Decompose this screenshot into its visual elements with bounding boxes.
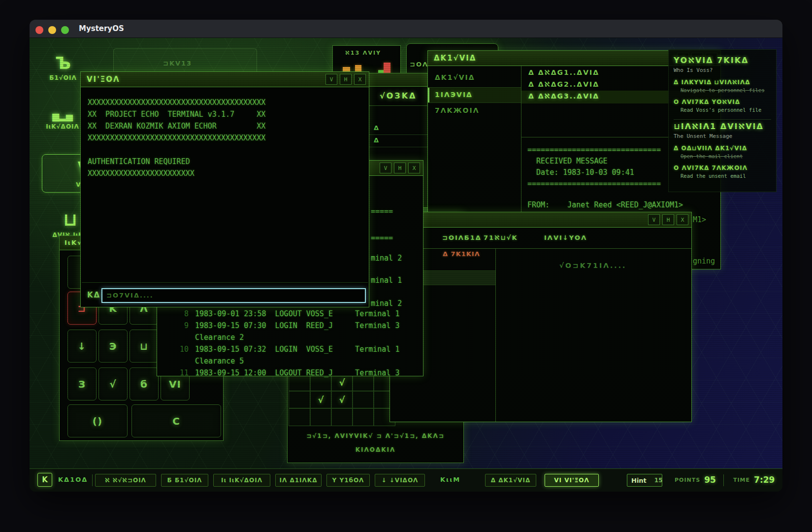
taskbar-window-button[interactable]: Б Б1√ΟΙΛ [161, 474, 208, 487]
zoom-light[interactable] [61, 26, 69, 34]
loading-status-text: √Ο⊐Κ71ΙΛ.... [495, 262, 690, 269]
minimize-window-button[interactable]: H [340, 74, 352, 85]
icon-stats-label: ΙιΚ√ΔΟΙΛ [46, 123, 79, 130]
file-row-label: Δ [374, 124, 379, 132]
key-glyph: ⊔ [140, 340, 148, 352]
loading-tab[interactable]: ⊐ΟΙΛБ1Δ [442, 234, 482, 241]
close-window-button[interactable]: X [354, 74, 366, 85]
log-entry: 111983-09-15 12:00 LOGOUT REED_J Termina… [157, 367, 423, 379]
keypad-key-Э[interactable]: Э [98, 330, 128, 363]
hint-count: 15 [650, 477, 667, 484]
mail-folder-label: ΔΚ1√VIΔ [435, 73, 475, 81]
taskbar-window-button-active[interactable]: VI VI'ΞΟΛ [545, 474, 599, 487]
taskbar-start-button[interactable]: Κ [37, 473, 52, 487]
check-icon: √ [318, 395, 324, 405]
loading-tab[interactable]: 71ℵ⊔√Κ [484, 234, 518, 241]
mail-list-item-label: Δ ΔℵΔG2..ΔVIΔ [528, 80, 599, 88]
mail-message-header: ============================== RECEIVED … [527, 144, 661, 190]
pattern-cell[interactable] [289, 408, 311, 426]
hint-section-header: ⊔ΙΛℵΙΛ1 ΔVIℵVIΔ [674, 122, 771, 131]
pattern-cell[interactable] [310, 408, 332, 426]
hint-objective[interactable]: Δ ΟΔ⊔VIΙΛ ΔΚ1√VIΔ [674, 145, 771, 152]
pattern-cell[interactable] [352, 408, 374, 426]
mail-window-title: ΔΚ1√VIΔ [434, 54, 476, 63]
close-window-button[interactable]: X [408, 163, 420, 173]
taskbar-label: ΚΔ1ΟΔ [58, 476, 88, 483]
file-browser-selected-label[interactable]: √ΟЗΚΔ [380, 91, 417, 100]
taskbar-window-button[interactable]: Ιι ΙιΚ√ΔΟΙΛ [213, 474, 270, 487]
keypad-key-З[interactable]: З [67, 367, 97, 400]
app-title: MysteryOS [79, 24, 124, 33]
log-line-text: Clearance 5 [195, 355, 244, 367]
check-icon: √ [339, 395, 345, 405]
terminal-input[interactable]: ⊐Ο7VIΔ.... [101, 288, 366, 303]
minimize-window-button[interactable]: H [662, 214, 674, 225]
keypad-key-C[interactable]: C [131, 404, 221, 437]
log-entry-fragment: ===== [371, 205, 393, 217]
taskbar-divider [92, 474, 93, 486]
pattern-cell[interactable]: √ [331, 391, 353, 409]
mail-folder-label: 1ΙΛЭVIΔ [435, 91, 473, 99]
divider [82, 282, 368, 283]
terminal-window-buttons: VHX [325, 74, 366, 85]
mail-from-line: FROM: Janet Reed <REED_J@AXIOM1> [527, 200, 683, 211]
maximize-window-button[interactable]: V [325, 74, 337, 85]
maximize-window-button[interactable]: V [648, 214, 660, 225]
hint-button[interactable]: Hint15 [627, 474, 662, 487]
loading-tab[interactable]: ΙΛVI↓ΥΟΛ [544, 234, 587, 241]
taskbar-window-button[interactable]: ℵ ℵ√ℵ⊐ΟΙΛ [95, 474, 156, 487]
hint-objective-translation: Navigate to personnel files [681, 87, 771, 94]
keypad-key-б[interactable]: б [130, 367, 159, 400]
mail-folder[interactable]: ΔΚ1√VIΔ [428, 70, 521, 85]
stat-value: 7:29 [754, 475, 775, 485]
hint-section-header: ΥΟℵVIΔ 7ΚΙΚΔ [674, 56, 771, 65]
key-glyph: VI [169, 378, 181, 390]
ghost-window-title: ⊐ΚV13 [163, 60, 192, 67]
hint-button-label: Hint [627, 477, 650, 484]
hint-objective[interactable]: Δ ΙΛΚΥVIΔ ⊔VIΛℵΙΛΔ [674, 79, 771, 86]
log-line-text: 1983-09-15 07:30 LOGIN REED_J Terminal 3 [195, 320, 399, 332]
icon-files-label: Б1√ΟΙΛ [49, 74, 76, 81]
taskbar-window-button[interactable]: ↓ ↓VIΔΟΛ [375, 474, 425, 487]
hint-objective[interactable]: Ο ΛVI7ΚΔ ΥΟℵVIΔ [674, 99, 771, 105]
loading-titlebar[interactable]: VHX [390, 212, 691, 228]
terminal-prompt: ΚΔ [87, 291, 100, 299]
taskbar-stat-points: POINTS95 [675, 475, 716, 485]
macos-titlebar: MysteryOS [30, 20, 782, 38]
mail-folder[interactable]: 1ΙΛЭVIΔ [428, 87, 521, 103]
terminal-titlebar[interactable]: VI'ΞΟΛ VHX [81, 72, 369, 87]
taskbar-window-button[interactable]: Δ ΔΚ1√VIΔ [485, 474, 536, 487]
pattern-cell[interactable] [352, 391, 374, 409]
close-light[interactable] [35, 26, 43, 34]
minimize-window-button[interactable]: H [394, 163, 406, 173]
keypad-key-↓[interactable]: ↓ [67, 330, 97, 363]
pattern-cell[interactable]: √ [310, 391, 332, 409]
key-glyph: () [93, 415, 102, 427]
taskbar-window-button[interactable]: Υ Υ1бΟΛ [326, 474, 370, 487]
keypad-key-⊔[interactable]: ⊔ [130, 330, 159, 363]
barchart-window[interactable]: ℵ13 ΛVΙΥ [332, 45, 401, 75]
maximize-window-button[interactable]: V [380, 163, 391, 173]
loading-window: VHX ⊐ΟΙΛБ1Δ71ℵ⊔√ΚΙΛVI↓ΥΟΛ Δ 7Κ1ΚΙΛ √Ο⊐Κ7… [390, 212, 692, 422]
minimize-light[interactable] [48, 26, 56, 34]
keypad-key-()[interactable]: () [67, 404, 128, 437]
log-line-number: 9 [172, 320, 189, 332]
terminal-window-title: VI'ΞΟΛ [87, 75, 120, 84]
pattern-cell[interactable] [331, 408, 353, 426]
keypad-key-√[interactable]: √ [98, 367, 128, 400]
close-window-button[interactable]: X [677, 214, 688, 225]
mail-folder[interactable]: 7ΛΚЖΟΙΛ [428, 103, 521, 118]
os-window-frame: MysteryOS ЪБ1√ΟΙΛ▆▂▅ΙιΚ√ΔΟΙΛVIVI'ΞΟΛ⊔ΔVI… [30, 20, 782, 492]
key-glyph: З [78, 378, 86, 390]
check-icon: √ [339, 377, 345, 388]
log-entry: 101983-09-15 07:32 LOGIN VOSS_E Terminal… [157, 343, 423, 355]
barchart-title: ℵ13 ΛVΙΥ [345, 50, 381, 56]
hint-objective[interactable]: Ο ΛVI7ΚΔ 7ΛΚЖΟΙΛ [674, 165, 771, 171]
icon-files-glyph: Ъ [55, 54, 71, 72]
taskbar-window-button[interactable]: ΙΛ Δ1ΙΛΚΔ [275, 474, 322, 487]
hint-objective-translation: Read Voss's personnel file [681, 107, 771, 113]
pattern-caption-1: ⊐√1⊐, ΛVIΥVIΚ√ ⊐ Λ'⊐√1⊐, ΔΚΛ⊐ [288, 432, 463, 439]
loading-sidebar-alert-item[interactable]: Δ 7Κ1ΚΙΛ [443, 250, 480, 258]
terminal-window: VI'ΞΟΛ VHX XXXXXXXXXXXXXXXXXXXXXXXXXXXXX… [80, 71, 369, 307]
pattern-cell[interactable] [289, 391, 311, 409]
